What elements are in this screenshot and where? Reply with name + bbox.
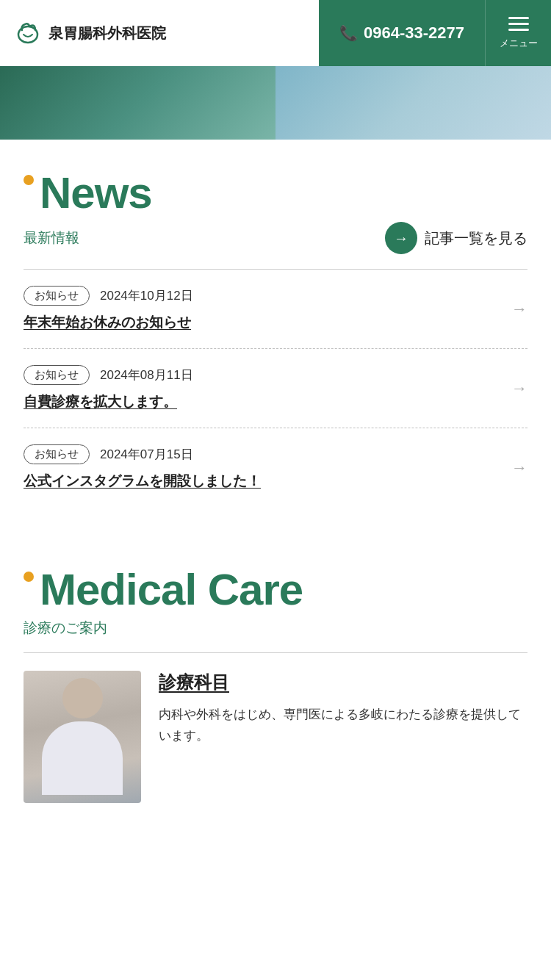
phone-number: 0964-33-2277 <box>364 24 464 43</box>
news-tag: お知らせ <box>24 444 90 464</box>
doctor-desc: 内科や外科をはじめ、専門医による多岐にわたる診療を提供しています。 <box>159 705 527 747</box>
news-meta: お知らせ 2024年10月12日 <box>24 286 527 306</box>
news-heading: News <box>24 169 527 217</box>
news-item[interactable]: お知らせ 2024年08月11日 自費診療を拡大します。 → <box>24 349 527 428</box>
site-header: 泉胃腸科外科医院 📞 0964-33-2277 メニュー <box>0 0 551 66</box>
news-date: 2024年08月11日 <box>100 367 193 383</box>
header-actions: 📞 0964-33-2277 メニュー <box>319 0 551 66</box>
news-arrow-icon: → <box>511 379 527 398</box>
news-date: 2024年07月15日 <box>100 446 193 463</box>
news-item[interactable]: お知らせ 2024年07月15日 公式インスタグラムを開設しました！ → <box>24 428 527 507</box>
news-list: お知らせ 2024年10月12日 年末年始お休みのお知らせ → お知らせ 202… <box>24 270 527 507</box>
view-all-label: 記事一覧を見る <box>425 228 527 248</box>
news-date: 2024年10月12日 <box>100 287 193 304</box>
news-tag: お知らせ <box>24 365 90 385</box>
news-title: 年末年始お休みのお知らせ <box>24 313 527 332</box>
menu-label: メニュー <box>500 37 538 50</box>
medical-title-en: Medical Care <box>40 566 303 614</box>
hero-image <box>0 66 551 140</box>
doctor-info: 診療科目 内科や外科をはじめ、専門医による多岐にわたる診療を提供しています。 <box>159 671 527 747</box>
medical-subtitle-ja: 診療のご案内 <box>24 619 107 638</box>
news-title: 公式インスタグラムを開設しました！ <box>24 472 527 491</box>
medical-subtitle-row: 診療のご案内 <box>24 619 527 638</box>
news-subtitle-row: 最新情報 → 記事一覧を見る <box>24 222 527 254</box>
news-subtitle-ja: 最新情報 <box>24 228 79 248</box>
news-meta: お知らせ 2024年08月11日 <box>24 365 527 385</box>
doctor-dept[interactable]: 診療科目 <box>159 671 527 694</box>
doctor-card[interactable]: 診療科目 内科や外科をはじめ、専門医による多岐にわたる診療を提供しています。 <box>24 653 527 803</box>
doctor-head-shape <box>62 678 103 718</box>
medical-section: Medical Care 診療のご案内 診療科目 内科や外科をはじめ、専門医によ… <box>0 536 551 832</box>
doctor-image <box>24 671 141 803</box>
medical-dot <box>24 572 34 582</box>
news-meta: お知らせ 2024年07月15日 <box>24 444 527 464</box>
news-arrow-icon: → <box>511 300 527 319</box>
medical-heading: Medical Care <box>24 566 527 614</box>
news-item[interactable]: お知らせ 2024年10月12日 年末年始お休みのお知らせ → <box>24 270 527 349</box>
news-section: News 最新情報 → 記事一覧を見る お知らせ 2024年10月12日 年末年… <box>0 140 551 536</box>
view-all-arrow-icon: → <box>385 222 417 254</box>
news-title-en: News <box>40 169 152 217</box>
view-all-button[interactable]: → 記事一覧を見る <box>385 222 527 254</box>
menu-button[interactable]: メニュー <box>485 0 551 66</box>
phone-icon: 📞 <box>339 24 358 42</box>
news-title: 自費診療を拡大します。 <box>24 392 527 411</box>
news-arrow-icon: → <box>511 458 527 478</box>
doctor-body-shape <box>42 721 123 795</box>
hamburger-icon <box>508 17 529 31</box>
news-tag: お知らせ <box>24 286 90 306</box>
news-dot <box>24 175 34 185</box>
phone-button[interactable]: 📞 0964-33-2277 <box>319 0 485 66</box>
logo-area[interactable]: 泉胃腸科外科医院 <box>0 0 319 66</box>
clinic-name: 泉胃腸科外科医院 <box>48 24 166 43</box>
logo-icon <box>15 20 41 46</box>
